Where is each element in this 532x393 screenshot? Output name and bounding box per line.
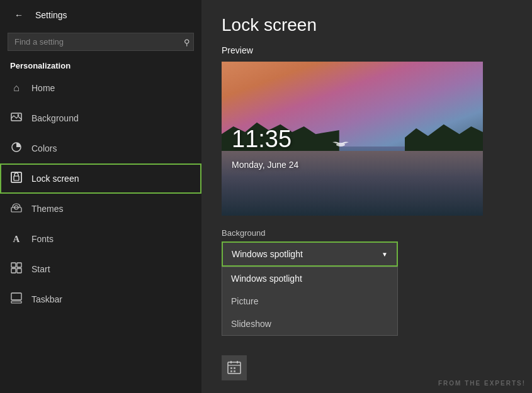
sidebar-item-label: Taskbar (31, 294, 62, 304)
svg-point-13 (336, 143, 345, 147)
chevron-down-icon: ▼ (382, 251, 388, 258)
sidebar-item-background[interactable]: Background (0, 103, 201, 133)
dropdown-selected-label: Windows spotlight (232, 249, 303, 259)
svg-rect-18 (234, 370, 235, 372)
background-section-label: Background (222, 228, 512, 238)
sidebar-item-label: Colors (31, 143, 57, 153)
svg-rect-10 (17, 268, 21, 273)
search-input[interactable] (8, 33, 194, 51)
themes-icon (10, 202, 23, 216)
svg-rect-9 (11, 268, 16, 273)
back-icon: ← (14, 10, 23, 20)
search-icon[interactable]: ⚲ (184, 37, 190, 47)
sidebar-item-themes[interactable]: Themes (0, 194, 201, 224)
settings-title: Settings (35, 10, 67, 20)
sidebar-item-home[interactable]: ⌂ Home (0, 73, 201, 103)
colors-icon (10, 141, 23, 155)
dropdown-list: Windows spotlight Picture Slideshow (222, 267, 398, 336)
fonts-icon: A (10, 234, 23, 245)
sidebar-item-label: Background (31, 113, 79, 123)
sidebar: ← Settings ⚲ Personalization ⌂ Home Back… (0, 0, 201, 393)
search-box: ⚲ (8, 33, 194, 51)
lock-screen-icon (10, 172, 23, 185)
taskbar-icon (10, 292, 23, 306)
svg-rect-15 (230, 367, 232, 369)
svg-point-1 (18, 114, 20, 116)
dropdown-option-spotlight[interactable]: Windows spotlight (222, 267, 397, 290)
preview-date: Monday, June 24 (232, 160, 298, 170)
background-icon (10, 111, 23, 125)
sidebar-item-colors[interactable]: Colors (0, 133, 201, 163)
personalization-label: Personalization (0, 56, 201, 73)
sidebar-item-label: Themes (31, 204, 64, 214)
sidebar-item-lock-screen[interactable]: Lock screen (0, 163, 201, 194)
start-icon (10, 262, 23, 276)
sidebar-item-label: Fonts (31, 234, 54, 244)
sidebar-item-fonts[interactable]: A Fonts (0, 224, 201, 254)
sidebar-item-start[interactable]: Start (0, 254, 201, 284)
watermark: FROM THE EXPERTS! (438, 380, 526, 387)
sidebar-item-label: Lock screen (31, 174, 79, 184)
preview-label: Preview (222, 45, 512, 55)
dropdown-option-picture[interactable]: Picture (222, 290, 397, 313)
preview-time: 11:35 (232, 127, 291, 151)
back-button[interactable]: ← (10, 6, 28, 24)
lock-screen-preview: 11:35 Monday, June 24 (222, 62, 483, 216)
svg-rect-12 (11, 301, 21, 303)
dropdown-option-slideshow[interactable]: Slideshow (222, 313, 397, 335)
svg-rect-17 (230, 370, 232, 372)
sidebar-item-label: Start (31, 264, 50, 274)
sidebar-header: ← Settings (0, 0, 201, 30)
svg-rect-4 (14, 176, 19, 180)
main-content: Lock screen Preview 11:35 Monday, June 2… (201, 0, 532, 393)
sidebar-item-label: Home (31, 83, 55, 93)
background-dropdown[interactable]: Windows spotlight ▼ Windows spotlight Pi… (222, 241, 398, 267)
calendar-icon (227, 360, 241, 376)
home-icon: ⌂ (10, 82, 23, 94)
svg-rect-11 (11, 293, 21, 300)
svg-rect-16 (234, 367, 235, 369)
calendar-button[interactable] (222, 355, 247, 380)
page-title: Lock screen (222, 15, 512, 35)
preview-bird (331, 138, 350, 150)
svg-rect-7 (11, 263, 16, 267)
dropdown-selected-value[interactable]: Windows spotlight ▼ (222, 241, 398, 267)
svg-rect-8 (17, 263, 21, 267)
nav-list: ⌂ Home Background Colors (0, 73, 201, 393)
svg-rect-3 (11, 172, 21, 182)
sidebar-item-taskbar[interactable]: Taskbar (0, 284, 201, 314)
